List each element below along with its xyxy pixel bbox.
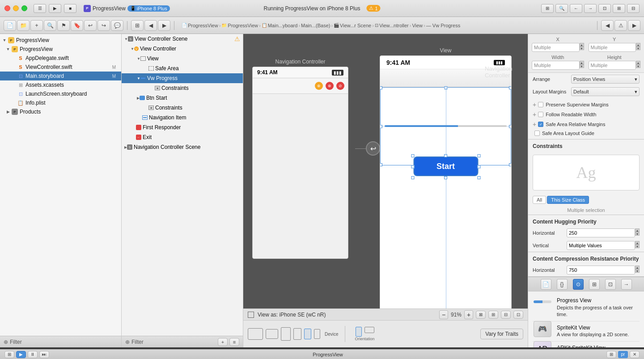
sidebar-item-progressview-subgroup[interactable]: ▼ P ProgressView	[0, 45, 121, 54]
y-input[interactable]: Multiple	[589, 43, 636, 52]
scene-item-constraints-1[interactable]: ≡ Constraints	[122, 83, 243, 93]
search-button[interactable]: 🔍	[555, 4, 568, 13]
breadcrumb-item-8[interactable]: — Vw Progress	[426, 23, 460, 28]
breadcrumb-item-2[interactable]: 📁 ProgressView	[221, 23, 258, 28]
safe-area-checkbox[interactable]: ✓	[538, 122, 543, 127]
maximize-button[interactable]	[21, 5, 27, 11]
status-pause-button[interactable]: ⏸	[28, 351, 38, 358]
hugging-h-down[interactable]: ▼	[635, 232, 640, 236]
constraints-tab-size-class[interactable]: This Size Class	[547, 196, 589, 204]
x-input[interactable]: Multiple	[532, 43, 580, 52]
warning-nav-button[interactable]: ◀	[601, 20, 614, 31]
hugging-horizontal-input[interactable]: 250	[567, 228, 635, 237]
breadcrumb-item-4[interactable]: Main...(Base)	[301, 23, 330, 28]
device-item-iphone-medium[interactable]	[293, 328, 301, 340]
utility-panel-button[interactable]: ⊟	[627, 4, 640, 13]
hugging-v-down[interactable]: ▼	[635, 245, 640, 248]
zoom-out-button[interactable]: −	[439, 310, 448, 319]
add-button[interactable]: +	[30, 20, 43, 31]
sidebar-item-appdelegate[interactable]: S AppDelegate.swift	[0, 54, 121, 63]
device-item-ipad-large[interactable]	[248, 328, 263, 340]
sidebar-item-assets[interactable]: ⊞ Assets.xcassets	[0, 80, 121, 89]
fit-button[interactable]: ⊠	[476, 311, 486, 319]
bookmark-button[interactable]: 🔖	[71, 20, 83, 31]
scene-item-vw-progress[interactable]: ▼ Vw Progress	[122, 73, 243, 83]
sidebar-item-infoplist[interactable]: 📋 Info.plist	[0, 98, 121, 107]
height-input[interactable]: Multiple	[589, 61, 636, 70]
nav-back-button[interactable]: ◀	[144, 20, 157, 31]
compression-h-stepper[interactable]: ▲ ▼	[635, 266, 640, 275]
sidebar-item-main-storyboard[interactable]: ⊡ Main.storyboard M	[0, 72, 121, 80]
stop-button[interactable]: ■	[64, 4, 76, 13]
preserve-checkbox[interactable]	[538, 102, 543, 107]
constraints-tab-all[interactable]: All	[533, 196, 546, 204]
x-stepper[interactable]: ▲ ▼	[580, 43, 584, 52]
folder-button[interactable]: 📁	[17, 20, 30, 31]
layout-btn-1[interactable]: ⊞	[131, 20, 144, 31]
scene-item-exit[interactable]: ← Exit	[122, 132, 243, 142]
device-item-iphone-se[interactable]	[304, 329, 311, 339]
minimize-button[interactable]	[13, 5, 19, 11]
width-down[interactable]: ▼	[580, 64, 584, 68]
sidebar-item-viewcontroller[interactable]: S ViewController.swift M	[0, 63, 121, 72]
breadcrumb-item-6[interactable]: ⊡ View...ntroller	[375, 23, 409, 28]
y-up[interactable]: ▲	[636, 43, 640, 46]
history-inspector-button[interactable]: {}	[557, 279, 568, 290]
status-run-button[interactable]: ▶	[16, 351, 26, 358]
layout-margins-select[interactable]: Default ▾	[571, 87, 640, 96]
new-file-button[interactable]: 📄	[4, 20, 16, 31]
resize-button[interactable]: ⊟	[501, 311, 511, 319]
scene-item-nav-item[interactable]: Navigation Item	[122, 113, 243, 122]
scene-item-constraints-2[interactable]: ≡ Constraints	[122, 103, 243, 113]
forward-button[interactable]: →	[584, 4, 597, 13]
breadcrumb-item-7[interactable]: View	[412, 23, 423, 28]
orientation-landscape[interactable]	[364, 327, 374, 337]
size-inspector-button[interactable]: ⊡	[605, 279, 616, 290]
identity-inspector-button[interactable]: ⊙	[573, 279, 584, 290]
compression-h-up[interactable]: ▲	[635, 266, 640, 269]
zoom-in-button[interactable]: +	[464, 310, 473, 319]
layout-grid-button[interactable]: ⊞	[541, 4, 554, 13]
hugging-horizontal-stepper[interactable]: ▲ ▼	[635, 228, 640, 237]
library-item-progress-view[interactable]: Progress View Depicts the progress of a …	[533, 294, 640, 321]
compression-h-down[interactable]: ▼	[635, 269, 640, 273]
scene-item-first-responder[interactable]: First Responder	[122, 122, 243, 132]
attributes-inspector-button[interactable]: ⊞	[589, 279, 600, 290]
status-close-button[interactable]: ✕	[630, 351, 640, 358]
right-panel-button[interactable]: ⊞	[613, 4, 625, 13]
canvas-content[interactable]: Navigation Controller 9:41 AM ▮▮▮ ⊕ ⊗ ⊘	[243, 34, 528, 308]
comment-button[interactable]: 💬	[111, 20, 123, 31]
height-up[interactable]: ▲	[636, 61, 640, 64]
scene-item-vc-scene[interactable]: ▼ S View Controller Scene ⚠	[122, 34, 243, 44]
library-item-spritekit[interactable]: 🎮 SpriteKit View A view for displaying a…	[533, 321, 640, 342]
sidebar-item-launchscreen[interactable]: ⊡ LaunchScreen.storyboard	[0, 89, 121, 98]
height-stepper[interactable]: ▲ ▼	[636, 61, 640, 70]
sidebar-toggle-button[interactable]: ☰	[34, 4, 46, 13]
close-button[interactable]	[4, 5, 10, 11]
hugging-v-up[interactable]: ▲	[635, 241, 640, 245]
start-button-canvas[interactable]: Start	[413, 156, 478, 176]
run-button[interactable]: ▶	[49, 4, 61, 13]
connections-inspector-button[interactable]: →	[621, 279, 632, 290]
redo-button[interactable]: ↪	[97, 20, 110, 31]
breadcrumb-item-3[interactable]: 📋 Main...yboard	[262, 23, 298, 28]
readable-checkbox[interactable]	[538, 112, 543, 117]
sidebar-item-progressview-group[interactable]: ▼ P ProgressView	[0, 36, 121, 45]
device-item-iphone-large[interactable]	[281, 327, 291, 341]
sidebar-item-products-group[interactable]: ▶ P Products	[0, 107, 121, 116]
x-up[interactable]: ▲	[580, 43, 584, 46]
file-inspector-button[interactable]: 📄	[541, 279, 551, 290]
scene-item-view[interactable]: ▼ View	[122, 54, 243, 63]
nav-forward-button[interactable]: ▶	[158, 20, 170, 31]
view-controller-box[interactable]: 9:41 AM ▮▮▮	[380, 55, 512, 308]
hugging-vertical-stepper[interactable]: ▲ ▼	[635, 241, 640, 250]
undo-button[interactable]: ↩	[84, 20, 97, 31]
flag-button[interactable]: ⚑	[57, 20, 70, 31]
scene-item-safe-area[interactable]: Safe Area	[122, 63, 243, 73]
panel-toggle-button[interactable]: ⊡	[598, 4, 611, 13]
aspect-button[interactable]: ⊡	[513, 311, 523, 319]
scene-item-vc[interactable]: ▼ V View Controller	[122, 44, 243, 54]
height-down[interactable]: ▼	[636, 64, 640, 68]
device-item-iphone-small[interactable]	[314, 329, 320, 339]
zoom-controls-button[interactable]: ⊞	[488, 311, 498, 319]
